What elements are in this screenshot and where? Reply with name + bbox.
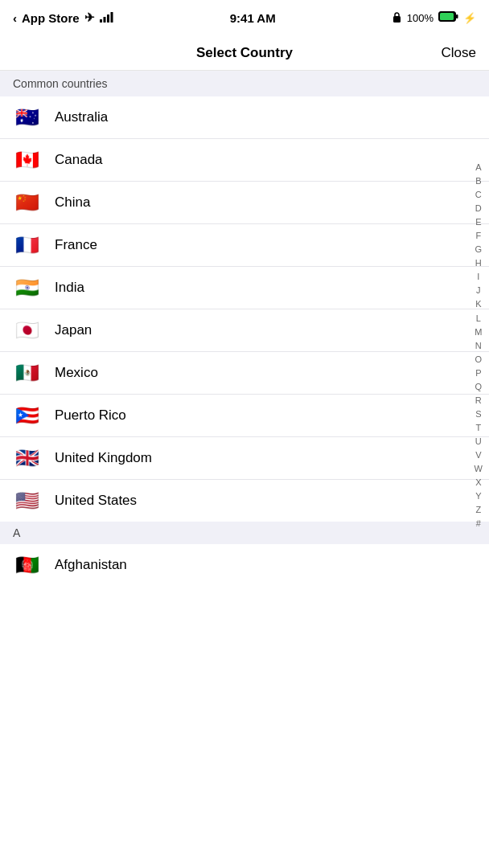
country-name: Australia: [55, 109, 108, 125]
svg-rect-0: [100, 19, 102, 23]
alpha-R[interactable]: R: [472, 394, 485, 407]
back-arrow: ‹: [13, 11, 17, 25]
alpha-J[interactable]: J: [473, 284, 484, 297]
lock-icon: [392, 11, 402, 25]
svg-rect-1: [103, 17, 105, 23]
list-item[interactable]: 🇫🇷 France: [0, 224, 489, 267]
alpha-H[interactable]: H: [472, 256, 485, 270]
status-right: 100% ⚡: [392, 11, 476, 25]
alpha-section-a-header: A: [0, 522, 489, 544]
alpha-Q[interactable]: Q: [472, 380, 486, 394]
status-left: ‹ App Store ✈: [13, 10, 114, 25]
alpha-L[interactable]: L: [473, 312, 484, 326]
flag-icon: 🇨🇦: [13, 150, 42, 170]
flag-icon: 🇦🇫: [13, 555, 42, 575]
close-button[interactable]: Close: [442, 45, 476, 61]
list-item[interactable]: 🇬🇧 United Kingdom: [0, 437, 489, 480]
battery-icon: [438, 11, 458, 24]
country-name: France: [55, 237, 97, 253]
country-name: United Kingdom: [55, 450, 152, 466]
status-time: 9:41 AM: [230, 11, 276, 25]
alpha-G[interactable]: G: [472, 243, 486, 256]
alpha-C[interactable]: C: [472, 188, 485, 202]
app-store-label: App Store: [22, 11, 80, 25]
charging-icon: ⚡: [463, 12, 476, 24]
alpha-D[interactable]: D: [472, 202, 485, 215]
list-item[interactable]: 🇲🇽 Mexico: [0, 352, 489, 395]
flag-icon: 🇬🇧: [13, 448, 42, 468]
flag-icon: 🇯🇵: [13, 321, 42, 340]
list-item[interactable]: 🇯🇵 Japan: [0, 309, 489, 352]
country-name: Puerto Rico: [55, 407, 126, 424]
alpha-T[interactable]: T: [472, 421, 484, 435]
flag-icon: 🇵🇷: [13, 406, 42, 425]
list-item[interactable]: 🇮🇳 India: [0, 267, 489, 309]
country-name: China: [55, 194, 90, 211]
alpha-N[interactable]: N: [472, 339, 485, 353]
alpha-W[interactable]: W: [471, 462, 486, 476]
country-name: Canada: [55, 152, 103, 168]
alpha-A[interactable]: A: [472, 161, 484, 174]
svg-rect-7: [456, 14, 458, 18]
flag-icon: 🇦🇺: [13, 108, 42, 127]
alpha-S[interactable]: S: [472, 407, 484, 421]
alpha-V[interactable]: V: [472, 448, 484, 462]
alpha-O[interactable]: O: [472, 353, 486, 366]
list-item[interactable]: 🇨🇦 Canada: [0, 139, 489, 182]
country-name: Afghanistan: [55, 557, 127, 573]
flag-icon: 🇲🇽: [13, 363, 42, 383]
alpha-Y[interactable]: Y: [472, 489, 484, 503]
alpha-M[interactable]: M: [471, 326, 485, 339]
status-bar: ‹ App Store ✈ 9:41 AM 100%: [0, 0, 489, 35]
svg-rect-4: [393, 16, 401, 23]
svg-rect-3: [110, 12, 113, 23]
list-item[interactable]: 🇵🇷 Puerto Rico: [0, 395, 489, 437]
nav-header: Select Country Close: [0, 35, 489, 71]
svg-rect-2: [107, 14, 109, 23]
flag-icon: 🇮🇳: [13, 278, 42, 297]
list-item[interactable]: 🇺🇸 United States: [0, 480, 489, 522]
alpha-F[interactable]: F: [472, 229, 484, 243]
alpha-P[interactable]: P: [472, 366, 484, 380]
alpha-B[interactable]: B: [472, 174, 484, 188]
alphabet-index: A B C D E F G H I J K L M N O P Q R S T …: [471, 161, 486, 530]
flag-icon: 🇺🇸: [13, 491, 42, 510]
alpha-Z[interactable]: Z: [472, 503, 484, 517]
country-name: India: [55, 280, 84, 296]
flag-icon: 🇫🇷: [13, 235, 42, 255]
list-item[interactable]: 🇦🇫 Afghanistan: [0, 544, 489, 586]
airplane-icon: ✈: [84, 10, 95, 25]
alpha-K[interactable]: K: [472, 297, 484, 311]
list-item[interactable]: 🇨🇳 China: [0, 182, 489, 224]
country-name: Mexico: [55, 365, 98, 381]
svg-rect-6: [440, 13, 454, 20]
alpha-X[interactable]: X: [472, 476, 484, 489]
country-name: Japan: [55, 322, 92, 338]
alpha-E[interactable]: E: [472, 215, 484, 229]
alpha-I[interactable]: I: [474, 270, 483, 284]
common-countries-header: Common countries: [0, 71, 489, 96]
flag-icon: 🇨🇳: [13, 193, 42, 212]
common-countries-list: 🇦🇺 Australia 🇨🇦 Canada 🇨🇳 China 🇫🇷 Franc…: [0, 96, 489, 522]
alpha-U[interactable]: U: [472, 435, 485, 448]
list-item[interactable]: 🇦🇺 Australia: [0, 96, 489, 139]
signal-icon: [100, 11, 114, 25]
battery-percent: 100%: [407, 12, 434, 24]
page-title: Select Country: [196, 45, 293, 61]
alpha-hash[interactable]: #: [473, 517, 484, 530]
country-name: United States: [55, 493, 137, 509]
